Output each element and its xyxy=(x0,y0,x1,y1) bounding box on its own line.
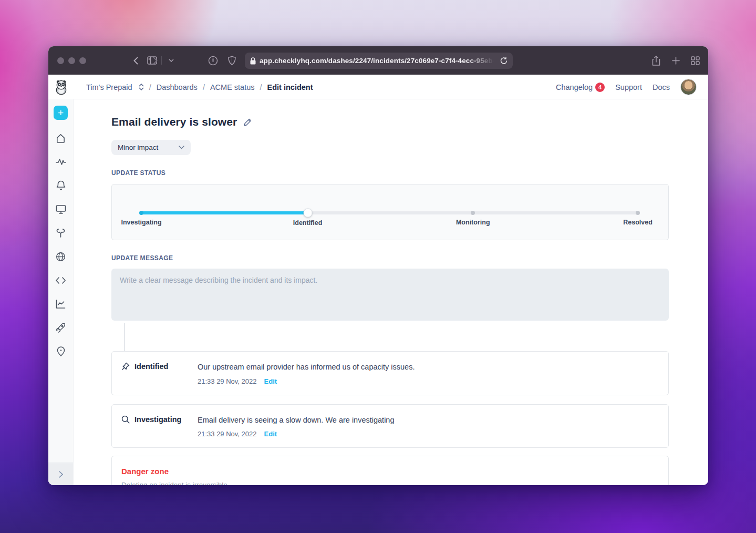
rocket-icon[interactable] xyxy=(54,320,68,335)
forward-button[interactable] xyxy=(148,54,162,67)
edit-incident-page: Email delivery is slower Minor impact UP… xyxy=(74,99,708,485)
shield-icon[interactable] xyxy=(225,54,239,67)
code-icon[interactable] xyxy=(54,273,68,288)
globe-icon[interactable] xyxy=(54,249,68,264)
app-header: Tim's Prepaid / Dashboards / ACME status… xyxy=(48,75,708,99)
edit-update-link[interactable]: Edit xyxy=(264,430,277,438)
update-card-identified: Identified Our upstream email provider h… xyxy=(111,351,669,395)
changelog-link[interactable]: Changelog 4 xyxy=(556,83,605,92)
update-message-text: Email delivery is seeing a slow down. We… xyxy=(198,415,659,426)
edit-title-icon[interactable] xyxy=(243,118,252,127)
timeline-connector xyxy=(124,323,125,351)
minimize-window-button[interactable] xyxy=(68,57,75,64)
stage-label: Investigating xyxy=(121,219,161,226)
breadcrumb-edit-incident: Edit incident xyxy=(267,83,313,91)
bell-icon[interactable] xyxy=(54,178,68,193)
update-message-input[interactable] xyxy=(111,269,669,321)
chevron-down-icon[interactable] xyxy=(164,54,178,67)
changelog-label: Changelog xyxy=(556,83,593,91)
stage-dot xyxy=(139,211,143,215)
search-icon xyxy=(121,415,130,424)
docs-link[interactable]: Docs xyxy=(653,83,670,91)
edit-update-link[interactable]: Edit xyxy=(264,377,277,385)
progress-track-fill xyxy=(141,211,308,214)
stage-label: Identified xyxy=(293,219,323,227)
wrench-icon[interactable] xyxy=(54,226,68,240)
close-window-button[interactable] xyxy=(57,57,64,64)
tab-overview-icon[interactable] xyxy=(688,54,702,67)
update-message-text: Our upstream email provider has informed… xyxy=(198,362,659,373)
lock-icon xyxy=(250,57,256,65)
zoom-window-button[interactable] xyxy=(79,57,86,64)
breadcrumb-acme-status[interactable]: ACME status xyxy=(210,83,255,91)
stage-label: Monitoring xyxy=(456,219,490,226)
update-card-investigating: Investigating Email delivery is seeing a… xyxy=(111,404,669,448)
stage-investigating[interactable]: Investigating xyxy=(139,211,143,215)
support-link[interactable]: Support xyxy=(615,83,642,91)
danger-zone-title: Danger zone xyxy=(121,467,659,476)
danger-zone-description: Deleting an incident is irreversible. xyxy=(121,481,659,485)
sidebar-expand-button[interactable] xyxy=(48,463,73,485)
user-avatar[interactable] xyxy=(680,79,697,95)
address-bar[interactable]: app.checklyhq.com/dashes/2247/incidents/… xyxy=(245,53,513,69)
chart-icon[interactable] xyxy=(54,296,68,311)
activity-icon[interactable] xyxy=(54,155,68,169)
location-pin-icon[interactable] xyxy=(54,344,68,358)
stage-dot xyxy=(636,211,640,215)
header-nav: Changelog 4 Support Docs xyxy=(556,79,708,95)
checkly-logo[interactable] xyxy=(48,79,74,95)
update-status-name: Identified xyxy=(134,362,168,371)
stage-dot-current[interactable] xyxy=(303,209,312,218)
back-button[interactable] xyxy=(129,54,142,67)
breadcrumb-separator: / xyxy=(149,83,151,91)
breadcrumb: Tim's Prepaid / Dashboards / ACME status… xyxy=(86,83,313,91)
extension-icon[interactable] xyxy=(206,54,220,67)
monitor-icon[interactable] xyxy=(54,202,68,217)
stage-monitoring[interactable]: Monitoring xyxy=(471,211,475,215)
impact-select[interactable]: Minor impact xyxy=(111,140,191,155)
stage-resolved[interactable]: Resolved xyxy=(636,211,640,215)
create-button[interactable]: + xyxy=(54,106,68,120)
app-sidebar: + xyxy=(48,99,74,485)
share-icon[interactable] xyxy=(649,54,663,67)
home-icon[interactable] xyxy=(54,131,68,146)
changelog-badge: 4 xyxy=(595,83,605,92)
stage-dot xyxy=(471,211,475,215)
breadcrumb-dashboards[interactable]: Dashboards xyxy=(157,83,198,91)
impact-select-value: Minor impact xyxy=(118,144,158,151)
reload-icon[interactable] xyxy=(500,57,508,65)
page-title: Email delivery is slower xyxy=(111,116,237,128)
account-switcher[interactable]: Tim's Prepaid xyxy=(86,83,132,91)
update-message-label: UPDATE MESSAGE xyxy=(111,254,669,262)
update-timestamp: 21:33 29 Nov, 2022 xyxy=(198,430,257,438)
chevron-down-icon xyxy=(179,146,184,149)
browser-titlebar: app.checklyhq.com/dashes/2247/incidents/… xyxy=(48,46,708,75)
account-switcher-chevrons-icon[interactable] xyxy=(139,84,144,90)
traffic-lights xyxy=(57,57,86,64)
stage-identified[interactable]: Identified xyxy=(303,209,312,218)
stage-label: Resolved xyxy=(623,219,653,226)
new-tab-icon[interactable] xyxy=(669,54,682,67)
update-status-label: UPDATE STATUS xyxy=(111,169,669,177)
update-timestamp: 21:33 29 Nov, 2022 xyxy=(198,377,257,385)
status-progress-card: Investigating Identified Monitoring Reso… xyxy=(111,184,669,240)
breadcrumb-separator: / xyxy=(203,83,205,91)
pin-icon xyxy=(121,362,130,371)
update-status-name: Investigating xyxy=(134,415,181,424)
browser-window: app.checklyhq.com/dashes/2247/incidents/… xyxy=(48,46,708,485)
breadcrumb-separator: / xyxy=(260,83,262,91)
danger-zone-card: Danger zone Deleting an incident is irre… xyxy=(111,456,669,485)
chevron-right-icon xyxy=(59,471,63,478)
url-text: app.checklyhq.com/dashes/2247/incidents/… xyxy=(260,57,496,65)
